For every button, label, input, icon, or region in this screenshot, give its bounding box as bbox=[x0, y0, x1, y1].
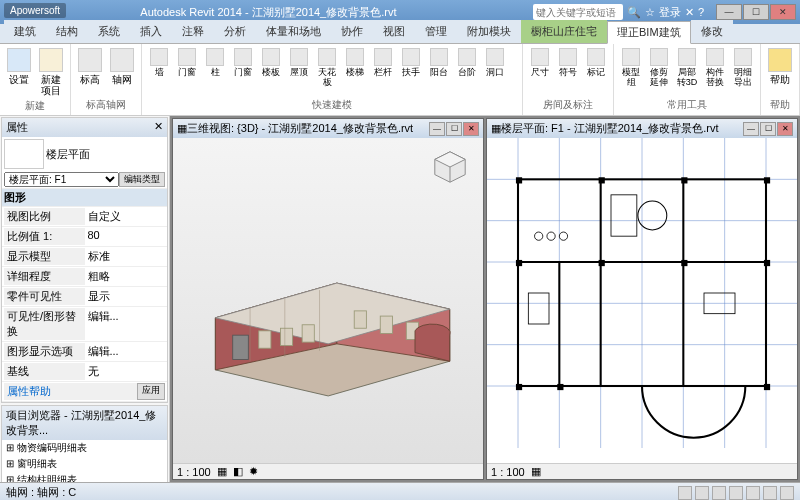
tab-mass[interactable]: 体量和场地 bbox=[256, 20, 331, 43]
view3d-tool-icon[interactable]: ▦ bbox=[217, 465, 227, 478]
house-3d-model bbox=[198, 229, 458, 424]
star-icon[interactable]: ☆ bbox=[645, 6, 655, 19]
prop-value[interactable]: 标准 bbox=[85, 248, 166, 265]
prop-value[interactable]: 无 bbox=[85, 363, 166, 380]
tab-lizheng-bim[interactable]: 理正BIM建筑 bbox=[607, 21, 691, 44]
status-text: 轴网 : 轴网 : C bbox=[6, 485, 678, 500]
group-label-grid: 标高轴网 bbox=[75, 97, 137, 113]
ribbon-replace[interactable]: 构件 替换 bbox=[702, 46, 728, 89]
prop-value[interactable]: 粗略 bbox=[85, 268, 166, 285]
tab-view[interactable]: 视图 bbox=[373, 20, 415, 43]
type-name[interactable]: 楼层平面 bbox=[46, 147, 165, 162]
properties-help-link[interactable]: 属性帮助 bbox=[4, 383, 137, 400]
ribbon-symbol[interactable]: 符号 bbox=[555, 46, 581, 79]
status-icon[interactable] bbox=[763, 486, 777, 500]
close-button[interactable]: ✕ bbox=[770, 4, 796, 20]
ribbon-tag[interactable]: 标记 bbox=[583, 46, 609, 79]
tab-analyze[interactable]: 分析 bbox=[214, 20, 256, 43]
help-icon[interactable]: ? bbox=[698, 6, 704, 18]
prop-value[interactable]: 编辑... bbox=[85, 308, 166, 340]
viewplan-close[interactable]: ✕ bbox=[777, 122, 793, 136]
group-label-new: 新建 bbox=[4, 98, 66, 114]
view3d-min[interactable]: — bbox=[429, 122, 445, 136]
prop-value[interactable]: 自定义 bbox=[85, 208, 166, 225]
edit-type-button[interactable]: 编辑类型 bbox=[119, 172, 165, 187]
tab-modify[interactable]: 修改 bbox=[691, 20, 733, 43]
tab-system[interactable]: 系统 bbox=[88, 20, 130, 43]
prop-value[interactable]: 编辑... bbox=[85, 343, 166, 360]
svg-rect-43 bbox=[764, 260, 770, 266]
ribbon-settings[interactable]: 设置 bbox=[4, 46, 34, 87]
ribbon-handrail[interactable]: 扶手 bbox=[398, 46, 424, 79]
status-icon[interactable] bbox=[695, 486, 709, 500]
ribbon-trim[interactable]: 修剪 延伸 bbox=[646, 46, 672, 89]
ribbon-grid[interactable]: 轴网 bbox=[107, 46, 137, 87]
tab-collab[interactable]: 协作 bbox=[331, 20, 373, 43]
ribbon-opening[interactable]: 门窗 bbox=[230, 46, 256, 79]
browser-item[interactable]: ⊞ 结构柱明细表 bbox=[2, 472, 167, 482]
view3d-max[interactable]: ☐ bbox=[446, 122, 462, 136]
viewplan-max[interactable]: ☐ bbox=[760, 122, 776, 136]
view3d-tool-icon[interactable]: ✹ bbox=[249, 465, 258, 478]
view3d-tool-icon[interactable]: ◧ bbox=[233, 465, 243, 478]
tab-addins[interactable]: 附加模块 bbox=[457, 20, 521, 43]
status-icon[interactable] bbox=[780, 486, 794, 500]
tab-annotate[interactable]: 注释 bbox=[172, 20, 214, 43]
tab-cabinet[interactable]: 橱柜山庄住宅 bbox=[521, 20, 607, 43]
ribbon-hole[interactable]: 洞口 bbox=[482, 46, 508, 79]
status-icon[interactable] bbox=[712, 486, 726, 500]
ribbon-export[interactable]: 明细 导出 bbox=[730, 46, 756, 89]
viewplan-min[interactable]: — bbox=[743, 122, 759, 136]
search-icon[interactable]: 🔍 bbox=[627, 6, 641, 19]
status-icon[interactable] bbox=[746, 486, 760, 500]
view3d-statusbar: 1 : 100 ▦ ◧ ✹ bbox=[173, 463, 483, 479]
login-link[interactable]: 登录 bbox=[659, 5, 681, 20]
ribbon-step[interactable]: 台阶 bbox=[454, 46, 480, 79]
ribbon-roof[interactable]: 屋顶 bbox=[286, 46, 312, 79]
viewplan-canvas[interactable] bbox=[487, 138, 797, 463]
ribbon-floor[interactable]: 楼板 bbox=[258, 46, 284, 79]
browser-item[interactable]: ⊞ 窗明细表 bbox=[2, 456, 167, 472]
prop-key: 比例值 1: bbox=[4, 228, 85, 245]
tab-insert[interactable]: 插入 bbox=[130, 20, 172, 43]
apply-button[interactable]: 应用 bbox=[137, 383, 165, 400]
ribbon-new-project[interactable]: 新建 项目 bbox=[36, 46, 66, 98]
status-icon[interactable] bbox=[729, 486, 743, 500]
ribbon-door-window[interactable]: 门窗 bbox=[174, 46, 200, 79]
view3d-scale[interactable]: 1 : 100 bbox=[177, 466, 211, 478]
ribbon-level[interactable]: 标高 bbox=[75, 46, 105, 87]
instance-selector[interactable]: 楼层平面: F1 bbox=[4, 172, 119, 187]
prop-value[interactable]: 显示 bbox=[85, 288, 166, 305]
viewcube[interactable] bbox=[431, 148, 469, 186]
browser-item[interactable]: ⊞ 物资编码明细表 bbox=[2, 440, 167, 456]
svg-rect-44 bbox=[516, 384, 522, 390]
viewplan-scale[interactable]: 1 : 100 bbox=[491, 466, 525, 478]
view3d-canvas[interactable] bbox=[173, 138, 483, 463]
view3d-close[interactable]: ✕ bbox=[463, 122, 479, 136]
ribbon-balcony[interactable]: 阳台 bbox=[426, 46, 452, 79]
ribbon-stairs[interactable]: 楼梯 bbox=[342, 46, 368, 79]
view3d-icon: ▦ bbox=[177, 122, 187, 135]
panel-close-icon[interactable]: ✕ bbox=[154, 120, 163, 135]
help-search-input[interactable] bbox=[533, 4, 623, 20]
tab-struct[interactable]: 结构 bbox=[46, 20, 88, 43]
ribbon-ceiling[interactable]: 天花板 bbox=[314, 46, 340, 89]
properties-title: 属性 bbox=[6, 120, 28, 135]
svg-rect-7 bbox=[233, 335, 249, 359]
ribbon-to3d[interactable]: 局部 转3D bbox=[674, 46, 700, 89]
status-icon[interactable] bbox=[678, 486, 692, 500]
maximize-button[interactable]: ☐ bbox=[743, 4, 769, 20]
ribbon-model-group[interactable]: 模型 组 bbox=[618, 46, 644, 89]
ribbon-help[interactable]: 帮助 bbox=[765, 46, 795, 87]
left-sidebar: 属性✕ 楼层平面 楼层平面: F1 编辑类型 图形 视图比例自定义比例值 1:8… bbox=[0, 116, 170, 482]
exchange-icon[interactable]: ✕ bbox=[685, 6, 694, 19]
tab-arch[interactable]: 建筑 bbox=[4, 20, 46, 43]
ribbon-column[interactable]: 柱 bbox=[202, 46, 228, 79]
ribbon-railing[interactable]: 栏杆 bbox=[370, 46, 396, 79]
tab-manage[interactable]: 管理 bbox=[415, 20, 457, 43]
ribbon-wall[interactable]: 墙 bbox=[146, 46, 172, 79]
prop-value[interactable]: 80 bbox=[85, 228, 166, 245]
ribbon-dimension[interactable]: 尺寸 bbox=[527, 46, 553, 79]
minimize-button[interactable]: — bbox=[716, 4, 742, 20]
viewplan-tool-icon[interactable]: ▦ bbox=[531, 465, 541, 478]
